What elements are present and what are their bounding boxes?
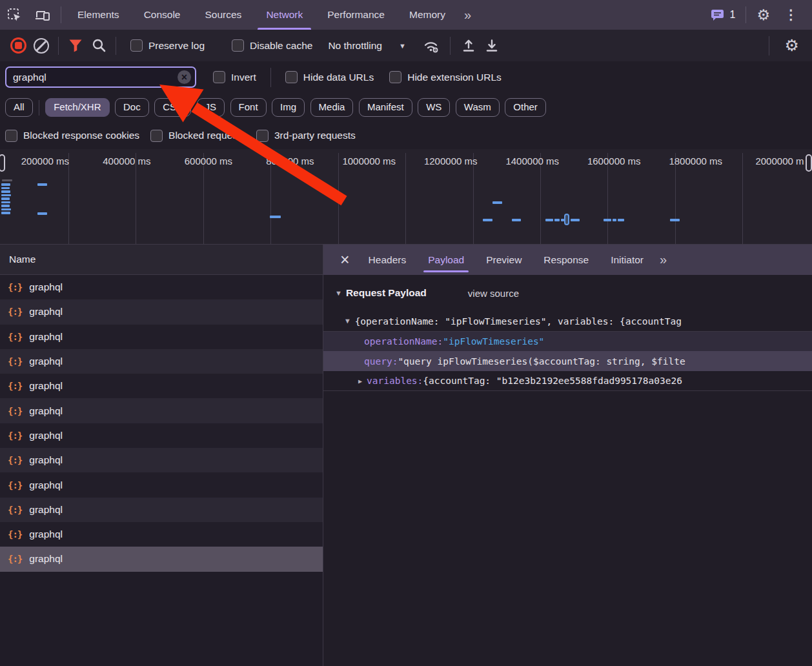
timeline-gridline	[68, 153, 69, 244]
preserve-log-checkbox-row[interactable]: Preserve log	[130, 39, 205, 52]
disable-cache-label: Disable cache	[250, 40, 312, 52]
tab-performance[interactable]: Performance	[315, 0, 397, 30]
search-icon	[92, 38, 107, 53]
table-row[interactable]: {:}graphql	[0, 448, 323, 472]
hide-extension-urls-checkbox[interactable]	[389, 71, 401, 83]
waterfall-bar	[1, 190, 10, 193]
issues-count-badge: 1	[729, 9, 735, 21]
view-source-link[interactable]: view source	[468, 288, 519, 299]
invert-checkbox[interactable]	[213, 71, 225, 83]
record-network-log-button[interactable]	[6, 34, 30, 57]
table-row[interactable]: {:}graphql	[0, 299, 323, 324]
overview-left-handle[interactable]	[0, 154, 5, 172]
payload-preview-line[interactable]: ▼ {operationName: "ipFlowTimeseries", va…	[323, 311, 812, 331]
payload-value: {accountTag: "b12e3b2192ee5588fdad995178…	[423, 376, 682, 386]
throttling-dropdown[interactable]: No throttling ▼	[328, 40, 405, 52]
import-har-button[interactable]	[457, 34, 480, 57]
filter-chip-media[interactable]: Media	[310, 98, 354, 117]
hide-data-urls-checkbox-row[interactable]: Hide data URLs	[285, 71, 374, 83]
waterfall-bar	[1, 187, 10, 190]
triangle-right-icon[interactable]: ▶	[358, 378, 362, 385]
more-tabs-button[interactable]: »	[458, 0, 476, 30]
clear-network-log-button[interactable]	[30, 34, 53, 57]
details-tab-payload[interactable]: Payload	[417, 245, 475, 275]
inspect-element-button[interactable]	[0, 0, 28, 30]
filter-chip-ws[interactable]: WS	[418, 98, 450, 117]
tab-console[interactable]: Console	[132, 0, 193, 30]
triangle-down-icon[interactable]: ▼	[345, 317, 350, 325]
network-conditions-button[interactable]	[420, 34, 443, 57]
waterfall-bar	[571, 219, 580, 221]
network-settings-gear-icon[interactable]: ⚙	[778, 36, 806, 55]
search-button[interactable]	[87, 34, 110, 57]
tab-memory[interactable]: Memory	[397, 0, 458, 30]
filter-chip-wasm[interactable]: Wasm	[456, 98, 500, 117]
export-har-button[interactable]	[480, 34, 503, 57]
filter-toggle-button[interactable]	[64, 34, 87, 57]
invert-checkbox-row[interactable]: Invert	[213, 71, 256, 83]
3rd-party-requests-checkbox[interactable]	[256, 130, 269, 142]
table-row[interactable]: {:}graphql	[0, 398, 323, 423]
inspect-cursor-icon	[6, 7, 22, 23]
triangle-down-icon[interactable]: ▼	[335, 289, 342, 297]
details-tab-headers[interactable]: Headers	[358, 245, 418, 275]
fetch-xhr-icon: {:}	[8, 529, 22, 540]
table-row[interactable]: {:}graphql	[0, 275, 323, 299]
details-more-tabs-button[interactable]: »	[655, 245, 671, 275]
payload-row-query[interactable]: query: "query ipFlowTimeseries($accountT…	[323, 351, 812, 371]
network-toolbar: Preserve log Disable cache No throttling…	[0, 30, 812, 61]
filter-chip-css[interactable]: CSS	[154, 98, 191, 117]
filter-chip-other[interactable]: Other	[505, 98, 546, 117]
blocked-requests-checkbox[interactable]	[150, 130, 163, 142]
filter-chip-fetch-xhr[interactable]: Fetch/XHR	[45, 98, 109, 117]
hide-extension-urls-checkbox-row[interactable]: Hide extension URLs	[389, 71, 502, 83]
details-tab-response[interactable]: Response	[533, 245, 600, 275]
blocked-response-cookies-checkbox-row[interactable]: Blocked response cookies	[5, 130, 139, 142]
disable-cache-checkbox-row[interactable]: Disable cache	[232, 39, 312, 52]
issues-bubble-icon[interactable]	[709, 7, 726, 23]
payload-row-variables[interactable]: ▶variables: {accountTag: "b12e3b2192ee55…	[323, 371, 812, 391]
table-row[interactable]: {:}graphql	[0, 374, 323, 398]
close-details-button[interactable]: ×	[332, 245, 358, 275]
table-row[interactable]: {:}graphql	[0, 325, 323, 349]
clear-filter-icon[interactable]: ×	[178, 70, 191, 84]
devtools-main-tabbar: ElementsConsoleSourcesNetworkPerformance…	[0, 0, 812, 30]
table-row[interactable]: {:}graphql	[0, 423, 323, 448]
tab-sources[interactable]: Sources	[193, 0, 254, 30]
table-row[interactable]: {:}graphql	[0, 547, 323, 571]
filter-chip-font[interactable]: Font	[230, 98, 267, 117]
details-tab-preview[interactable]: Preview	[475, 245, 533, 275]
filter-chip-manifest[interactable]: Manifest	[359, 98, 412, 117]
tab-elements[interactable]: Elements	[65, 0, 132, 30]
fetch-xhr-icon: {:}	[8, 381, 22, 391]
filter-chip-img[interactable]: Img	[272, 98, 305, 117]
disable-cache-checkbox[interactable]	[232, 39, 244, 52]
settings-gear-icon[interactable]: ⚙	[750, 6, 776, 24]
fetch-xhr-icon: {:}	[8, 406, 22, 416]
timeline-tick-label: 1400000 ms	[505, 156, 559, 166]
table-row[interactable]: {:}graphql	[0, 498, 323, 522]
filter-chip-js[interactable]: JS	[197, 98, 225, 117]
name-column-header[interactable]: Name	[0, 245, 323, 275]
divider	[746, 6, 746, 23]
table-row[interactable]: {:}graphql	[0, 472, 323, 497]
kebab-menu-icon[interactable]: ⋮	[776, 7, 806, 23]
filter-input[interactable]: graphql ×	[5, 66, 196, 88]
payload-row-operationname[interactable]: operationName: "ipFlowTimeseries"	[323, 331, 812, 351]
tab-network[interactable]: Network	[254, 0, 315, 30]
filter-chip-doc[interactable]: Doc	[115, 98, 149, 117]
filter-chip-all[interactable]: All	[5, 98, 33, 117]
table-row[interactable]: {:}graphql	[0, 349, 323, 374]
hide-data-urls-checkbox[interactable]	[285, 71, 298, 83]
clear-icon	[34, 38, 49, 54]
device-toolbar-button[interactable]	[28, 0, 57, 30]
overview-right-handle[interactable]	[806, 154, 812, 172]
preserve-log-checkbox[interactable]	[130, 39, 143, 52]
table-row[interactable]: {:}graphql	[0, 522, 323, 547]
network-overview-timeline[interactable]: 200000 ms400000 ms600000 ms800000 ms1000…	[0, 149, 812, 245]
3rd-party-requests-checkbox-row[interactable]: 3rd-party requests	[256, 130, 356, 142]
details-tab-initiator[interactable]: Initiator	[600, 245, 655, 275]
blocked-requests-checkbox-row[interactable]: Blocked requests	[150, 130, 245, 142]
fetch-xhr-icon: {:}	[8, 554, 22, 564]
blocked-response-cookies-checkbox[interactable]	[5, 130, 17, 142]
